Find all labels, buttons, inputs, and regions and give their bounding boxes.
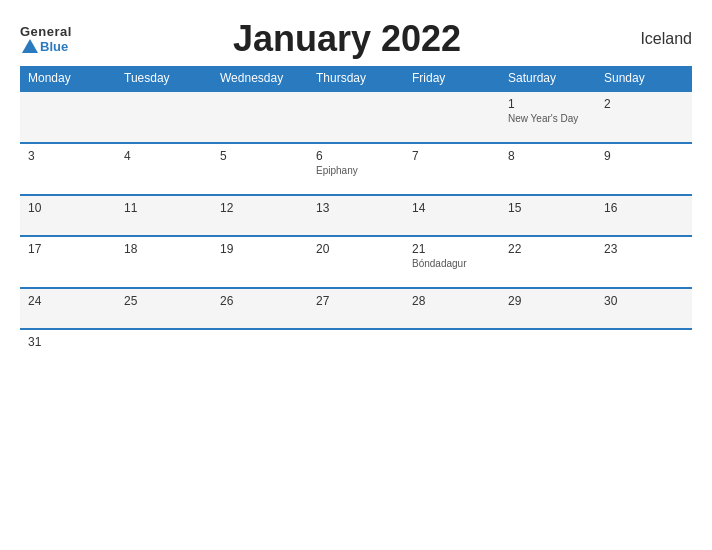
day-number: 18: [124, 242, 204, 256]
calendar-cell: 5: [212, 143, 308, 195]
header: General Blue January 2022 Iceland: [20, 18, 692, 60]
calendar-cell: 2: [596, 91, 692, 143]
day-number: 25: [124, 294, 204, 308]
calendar-cell: 4: [116, 143, 212, 195]
col-tuesday: Tuesday: [116, 66, 212, 91]
logo: General Blue: [20, 24, 72, 54]
calendar-cell: 17: [20, 236, 116, 288]
calendar-cell: 3: [20, 143, 116, 195]
calendar-header-row: Monday Tuesday Wednesday Thursday Friday…: [20, 66, 692, 91]
day-number: 19: [220, 242, 300, 256]
calendar-week-row: 24252627282930: [20, 288, 692, 329]
col-wednesday: Wednesday: [212, 66, 308, 91]
calendar-cell: [212, 329, 308, 369]
day-number: 26: [220, 294, 300, 308]
calendar-cell: 23: [596, 236, 692, 288]
day-number: 6: [316, 149, 396, 163]
col-sunday: Sunday: [596, 66, 692, 91]
calendar-cell: 13: [308, 195, 404, 236]
calendar-cell: 26: [212, 288, 308, 329]
day-number: 30: [604, 294, 684, 308]
calendar-cell: 27: [308, 288, 404, 329]
calendar-cell: 30: [596, 288, 692, 329]
calendar-cell: [20, 91, 116, 143]
calendar-week-row: 31: [20, 329, 692, 369]
calendar-cell: 8: [500, 143, 596, 195]
calendar-cell: 11: [116, 195, 212, 236]
day-number: 1: [508, 97, 588, 111]
calendar-cell: 16: [596, 195, 692, 236]
col-monday: Monday: [20, 66, 116, 91]
logo-blue-text: Blue: [40, 39, 68, 54]
day-number: 24: [28, 294, 108, 308]
calendar-cell: 24: [20, 288, 116, 329]
calendar-cell: [116, 329, 212, 369]
day-number: 29: [508, 294, 588, 308]
calendar-cell: [116, 91, 212, 143]
day-number: 12: [220, 201, 300, 215]
calendar-body: 1New Year's Day23456Epiphany789101112131…: [20, 91, 692, 369]
day-number: 17: [28, 242, 108, 256]
holiday-label: New Year's Day: [508, 113, 588, 124]
calendar-cell: [404, 91, 500, 143]
calendar-week-row: 10111213141516: [20, 195, 692, 236]
calendar-cell: [404, 329, 500, 369]
calendar-week-row: 3456Epiphany789: [20, 143, 692, 195]
day-number: 2: [604, 97, 684, 111]
calendar-cell: [308, 329, 404, 369]
calendar-cell: 22: [500, 236, 596, 288]
day-number: 20: [316, 242, 396, 256]
calendar-cell: 15: [500, 195, 596, 236]
day-number: 7: [412, 149, 492, 163]
day-number: 5: [220, 149, 300, 163]
calendar-cell: 31: [20, 329, 116, 369]
calendar-cell: 7: [404, 143, 500, 195]
day-number: 27: [316, 294, 396, 308]
calendar-cell: 9: [596, 143, 692, 195]
day-number: 10: [28, 201, 108, 215]
calendar-cell: [308, 91, 404, 143]
calendar-cell: 14: [404, 195, 500, 236]
day-number: 8: [508, 149, 588, 163]
day-number: 31: [28, 335, 108, 349]
country-label: Iceland: [622, 30, 692, 48]
calendar-cell: 12: [212, 195, 308, 236]
holiday-label: Epiphany: [316, 165, 396, 176]
calendar-cell: 28: [404, 288, 500, 329]
calendar-cell: 10: [20, 195, 116, 236]
calendar-cell: 1New Year's Day: [500, 91, 596, 143]
calendar-cell: [596, 329, 692, 369]
calendar-title: January 2022: [233, 18, 461, 60]
col-saturday: Saturday: [500, 66, 596, 91]
calendar-cell: 18: [116, 236, 212, 288]
day-number: 4: [124, 149, 204, 163]
calendar-header: Monday Tuesday Wednesday Thursday Friday…: [20, 66, 692, 91]
calendar-cell: 21Bóndadagur: [404, 236, 500, 288]
calendar-table: Monday Tuesday Wednesday Thursday Friday…: [20, 66, 692, 369]
calendar-week-row: 1718192021Bóndadagur2223: [20, 236, 692, 288]
calendar-cell: 25: [116, 288, 212, 329]
logo-blue-row: Blue: [20, 39, 68, 54]
logo-general-text: General: [20, 24, 72, 39]
day-number: 22: [508, 242, 588, 256]
calendar-cell: [212, 91, 308, 143]
day-number: 28: [412, 294, 492, 308]
calendar-cell: 20: [308, 236, 404, 288]
page: General Blue January 2022 Iceland Monday…: [0, 0, 712, 550]
calendar-cell: 19: [212, 236, 308, 288]
day-number: 13: [316, 201, 396, 215]
day-number: 23: [604, 242, 684, 256]
logo-triangle-icon: [22, 39, 38, 53]
calendar-cell: [500, 329, 596, 369]
day-number: 11: [124, 201, 204, 215]
day-number: 14: [412, 201, 492, 215]
calendar-week-row: 1New Year's Day2: [20, 91, 692, 143]
day-number: 9: [604, 149, 684, 163]
calendar-cell: 6Epiphany: [308, 143, 404, 195]
col-friday: Friday: [404, 66, 500, 91]
day-number: 15: [508, 201, 588, 215]
calendar-cell: 29: [500, 288, 596, 329]
day-number: 3: [28, 149, 108, 163]
col-thursday: Thursday: [308, 66, 404, 91]
day-number: 16: [604, 201, 684, 215]
